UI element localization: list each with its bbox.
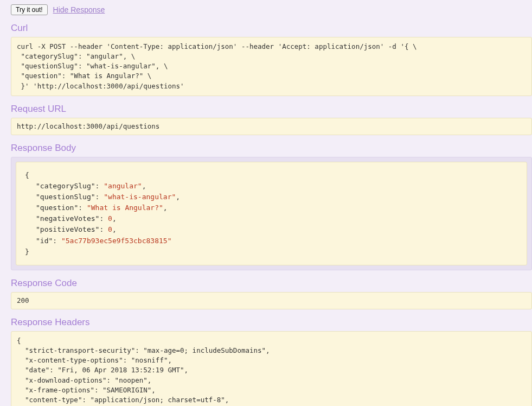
json-line: "question": "What is Angular?", xyxy=(25,202,518,213)
response-body-title: Response Body xyxy=(11,143,532,154)
json-brace-close: } xyxy=(25,246,518,257)
json-line: "id": "5ac77b93ec5e9f53cbc83815" xyxy=(25,236,518,246)
try-it-out-button[interactable]: Try it out! xyxy=(11,4,48,15)
json-line: "categorySlug": "angular", xyxy=(25,181,518,192)
curl-box: curl -X POST --header 'Content-Type: app… xyxy=(11,37,532,96)
response-headers-box: { "strict-transport-security": "max-age=… xyxy=(11,331,532,406)
request-url-title: Request URL xyxy=(11,104,532,115)
top-bar: Try it out! Hide Response xyxy=(11,4,532,15)
curl-title: Curl xyxy=(11,23,532,34)
hide-response-link[interactable]: Hide Response xyxy=(53,5,105,14)
response-headers-title: Response Headers xyxy=(11,317,532,328)
json-line: "negativeVotes": 0, xyxy=(25,213,518,224)
request-url-box: http://localhost:3000/api/questions xyxy=(11,118,532,135)
response-code-box: 200 xyxy=(11,292,532,309)
response-body-wrap: {"categorySlug": "angular","questionSlug… xyxy=(11,157,532,270)
json-line: "questionSlug": "what-is-angular", xyxy=(25,192,518,202)
main-panel: Try it out! Hide Response Curl curl -X P… xyxy=(5,0,532,406)
response-code-title: Response Code xyxy=(11,278,532,289)
json-line: "positiveVotes": 0, xyxy=(25,224,518,235)
response-body-box: {"categorySlug": "angular","questionSlug… xyxy=(16,162,527,265)
json-brace-open: { xyxy=(25,170,518,181)
